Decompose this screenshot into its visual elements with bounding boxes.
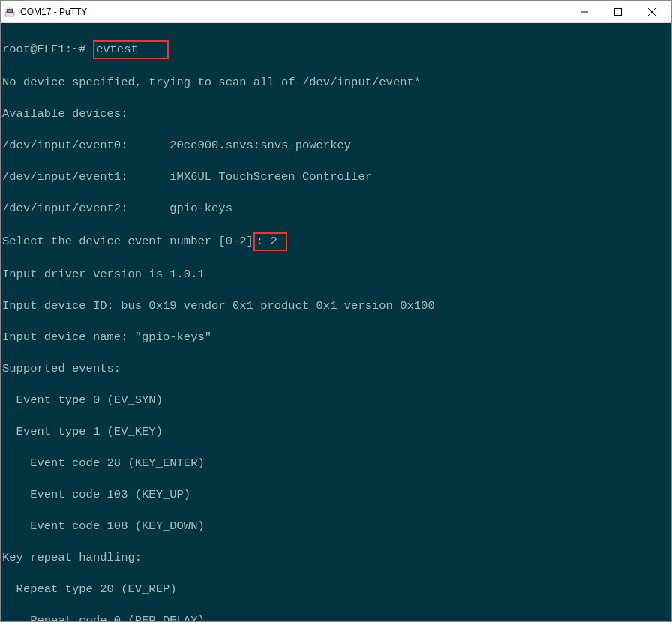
output-line: Input driver version is 1.0.1	[2, 267, 670, 283]
window-controls	[567, 1, 668, 22]
output-line: Event code 108 (KEY_DOWN)	[2, 519, 670, 534]
putty-icon	[4, 6, 16, 18]
titlebar[interactable]: COM17 - PuTTY	[1, 1, 671, 23]
output-line: No device specified, trying to scan all …	[2, 75, 670, 91]
maximize-button[interactable]	[601, 1, 634, 22]
command-text: evtest	[96, 43, 138, 56]
output-line: Input device name: "gpio-keys"	[2, 330, 670, 345]
output-line: Repeat type 20 (EV_REP)	[2, 582, 670, 597]
output-line: Input device ID: bus 0x19 vendor 0x1 pro…	[2, 298, 670, 314]
output-line: Event type 0 (EV_SYN)	[2, 393, 670, 408]
output-line: /dev/input/event0: 20cc000.snvs:snvs-pow…	[2, 138, 670, 154]
highlighted-command: evtest	[93, 40, 169, 59]
output-line: Repeat code 0 (REP_DELAY)	[2, 613, 670, 621]
svg-rect-5	[614, 8, 621, 15]
selection-value: : 2	[256, 235, 278, 248]
output-line: Event type 1 (EV_KEY)	[2, 424, 670, 440]
output-line: /dev/input/event1: iMX6UL TouchScreen Co…	[2, 169, 670, 185]
output-line: Supported events:	[2, 361, 670, 377]
highlighted-selection: : 2	[254, 232, 287, 251]
shell-prompt: root@ELF1:~#	[2, 43, 93, 56]
prompt-line: root@ELF1:~# evtest	[2, 40, 670, 59]
select-line: Select the device event number [0-2]: 2	[2, 232, 670, 251]
terminal-output[interactable]: root@ELF1:~# evtest No device specified,…	[1, 23, 671, 621]
close-button[interactable]	[634, 1, 668, 22]
output-line: Available devices:	[2, 106, 670, 122]
putty-window: COM17 - PuTTY root@ELF1:~# evtest No dev…	[0, 0, 672, 622]
window-title: COM17 - PuTTY	[20, 7, 567, 17]
output-line: /dev/input/event2: gpio-keys	[2, 201, 670, 217]
output-line: Event code 28 (KEY_ENTER)	[2, 456, 670, 471]
svg-line-3	[9, 7, 10, 9]
minimize-button[interactable]	[567, 1, 601, 22]
svg-rect-2	[8, 10, 12, 12]
output-line: Key repeat handling:	[2, 550, 670, 566]
output-line: Event code 103 (KEY_UP)	[2, 487, 670, 503]
select-prompt: Select the device event number [0-2]	[2, 235, 254, 248]
